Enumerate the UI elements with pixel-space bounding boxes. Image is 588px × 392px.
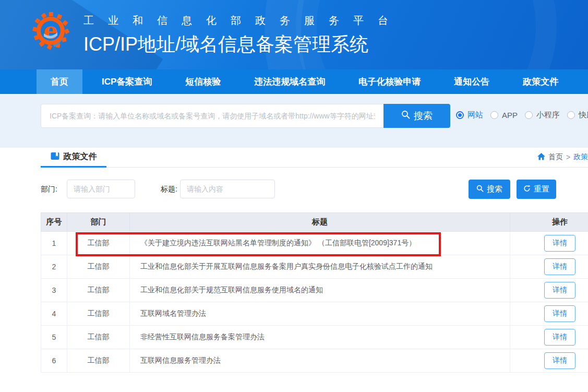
nav-item-icp-query[interactable]: ICP备案查询 xyxy=(88,69,166,94)
detail-button[interactable]: 详情 xyxy=(544,235,575,252)
nav-item-notices[interactable]: 通知公告 xyxy=(440,69,503,94)
table-row: 4 工信部 互联网域名管理办法 详情 xyxy=(41,302,588,326)
home-icon xyxy=(537,153,545,162)
platform-title: 工业和信息化部政务服务平台 xyxy=(83,14,402,28)
radio-unselected-icon xyxy=(490,111,498,119)
search-type-radio-group: 网站 APP 小程序 快应用 xyxy=(456,110,588,120)
row-no: 2 xyxy=(41,255,67,279)
system-title: ICP/IP地址/域名信息备案管理系统 xyxy=(83,32,402,57)
nav-item-sms-verify[interactable]: 短信核验 xyxy=(171,69,235,94)
radio-website[interactable]: 网站 xyxy=(456,110,483,120)
filter-row: 部门: 标题: 搜索 重置 xyxy=(0,180,588,198)
row-dept: 工信部 xyxy=(67,349,130,373)
filter-reset-button[interactable]: 重置 xyxy=(517,180,556,199)
policy-table: 序号 部门 标题 操作 1 工信部 《关于建立境内违法互联网站黑名单管理制度的通… xyxy=(41,212,588,373)
table-row: 6 工信部 互联网信息服务管理办法 详情 xyxy=(41,349,588,373)
row-no: 3 xyxy=(41,279,67,302)
section-tab-label: 政策文件 xyxy=(64,151,97,162)
miit-logo-icon: e xyxy=(31,10,70,55)
filter-reset-label: 重置 xyxy=(534,184,549,194)
search-icon xyxy=(401,110,410,122)
row-dept: 工信部 xyxy=(67,279,130,302)
radio-unselected-icon xyxy=(525,111,533,119)
col-header-title: 标题 xyxy=(130,213,510,232)
radio-unselected-icon xyxy=(567,111,575,119)
table-row: 1 工信部 《关于建立境内违法互联网站黑名单管理制度的通知》 （工信部联电管[2… xyxy=(41,232,588,255)
detail-button[interactable]: 详情 xyxy=(544,329,575,346)
detail-button[interactable]: 详情 xyxy=(544,352,575,369)
row-no: 4 xyxy=(41,302,67,326)
detail-button[interactable]: 详情 xyxy=(544,305,575,322)
title-filter-input[interactable] xyxy=(180,180,275,198)
col-header-no: 序号 xyxy=(41,213,67,232)
row-title: 互联网信息服务管理办法 xyxy=(130,349,510,373)
row-title: 工业和信息化部关于开展互联网信息服务备案用户真实身份信息电子化核验试点工作的通知 xyxy=(130,255,510,279)
table-row: 3 工信部 工业和信息化部关于规范互联网信息服务使用域名的通知 详情 xyxy=(41,279,588,302)
refresh-icon xyxy=(523,185,531,194)
search-button-label: 搜索 xyxy=(414,110,433,122)
nav-item-illegal-domain-query[interactable]: 违法违规域名查询 xyxy=(240,69,339,94)
detail-button[interactable]: 详情 xyxy=(544,282,575,299)
radio-mini-program[interactable]: 小程序 xyxy=(525,110,560,120)
main-nav: 首页 ICP备案查询 短信核验 违法违规域名查询 电子化核验申请 通知公告 政策… xyxy=(0,69,588,94)
site-header: e 工业和信息化部政务服务平台 ICP/IP地址/域名信息备案管理系统 xyxy=(0,0,588,69)
breadcrumb-separator: > xyxy=(566,153,570,161)
tab-policy-files[interactable]: 政策文件 xyxy=(41,148,106,168)
col-header-dept: 部门 xyxy=(67,213,130,232)
dept-filter-label: 部门: xyxy=(41,180,57,198)
filter-search-button[interactable]: 搜索 xyxy=(469,180,510,199)
dept-filter-input[interactable] xyxy=(67,180,135,198)
title-filter-label: 标题: xyxy=(161,180,177,198)
filter-search-label: 搜索 xyxy=(487,184,502,194)
breadcrumb: 首页 > 政策文件 xyxy=(537,152,588,162)
col-header-action: 操作 xyxy=(510,213,588,232)
book-icon xyxy=(51,152,59,162)
row-dept: 工信部 xyxy=(67,232,130,255)
radio-selected-icon xyxy=(456,111,464,119)
nav-item-policy-files[interactable]: 政策文件 xyxy=(509,69,572,94)
breadcrumb-current-link[interactable]: 政策文件 xyxy=(573,152,588,162)
nav-item-e-verify-apply[interactable]: 电子化核验申请 xyxy=(344,69,435,94)
section-tab-row: 政策文件 首页 > 政策文件 xyxy=(0,148,588,168)
row-title: 非经营性互联网信息服务备案管理办法 xyxy=(130,326,510,349)
row-no: 5 xyxy=(41,326,67,349)
row-dept: 工信部 xyxy=(67,302,130,326)
row-dept: 工信部 xyxy=(67,326,130,349)
row-no: 6 xyxy=(41,349,67,373)
breadcrumb-home-link[interactable]: 首页 xyxy=(548,152,563,162)
row-title: 互联网域名管理办法 xyxy=(130,302,510,326)
table-row: 2 工信部 工业和信息化部关于开展互联网信息服务备案用户真实身份信息电子化核验试… xyxy=(41,255,588,279)
radio-app[interactable]: APP xyxy=(490,111,518,120)
search-icon xyxy=(476,185,484,194)
radio-quick-app[interactable]: 快应用 xyxy=(567,110,588,120)
table-header-row: 序号 部门 标题 操作 xyxy=(41,213,588,232)
row-title: 《关于建立境内违法互联网站黑名单管理制度的通知》 （工信部联电管[2009]37… xyxy=(130,232,510,255)
icp-search-button[interactable]: 搜索 xyxy=(383,104,450,128)
row-no: 1 xyxy=(41,232,67,255)
row-title: 工业和信息化部关于规范互联网信息服务使用域名的通知 xyxy=(130,279,510,302)
table-row: 5 工信部 非经营性互联网信息服务备案管理办法 详情 xyxy=(41,326,588,349)
nav-item-home[interactable]: 首页 xyxy=(37,69,82,94)
icp-search-section: 搜索 网站 APP 小程序 快应用 xyxy=(0,94,588,148)
icp-search-input[interactable] xyxy=(41,104,383,128)
row-dept: 工信部 xyxy=(67,255,130,279)
detail-button[interactable]: 详情 xyxy=(544,258,575,275)
svg-text:e: e xyxy=(43,17,58,44)
